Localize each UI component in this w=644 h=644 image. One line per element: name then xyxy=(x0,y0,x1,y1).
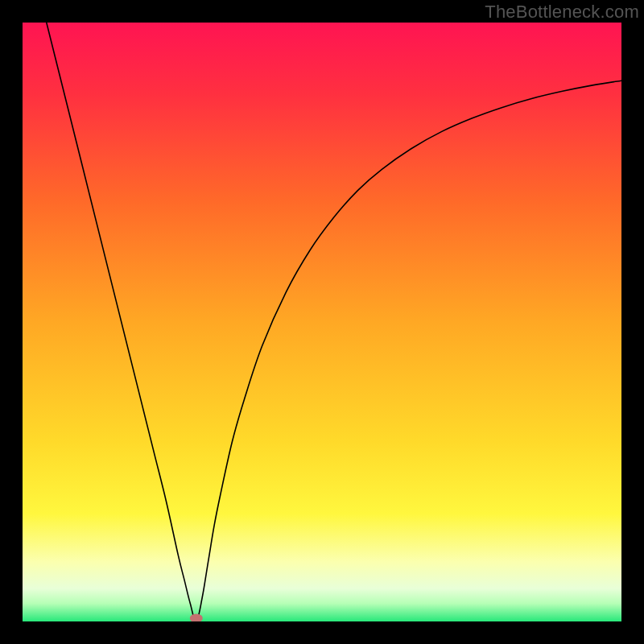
gradient-background xyxy=(23,23,621,621)
watermark-text: TheBottleneck.com xyxy=(485,2,639,23)
plot-area xyxy=(23,23,621,621)
chart-svg xyxy=(23,23,621,621)
chart-container: TheBottleneck.com xyxy=(0,0,644,644)
